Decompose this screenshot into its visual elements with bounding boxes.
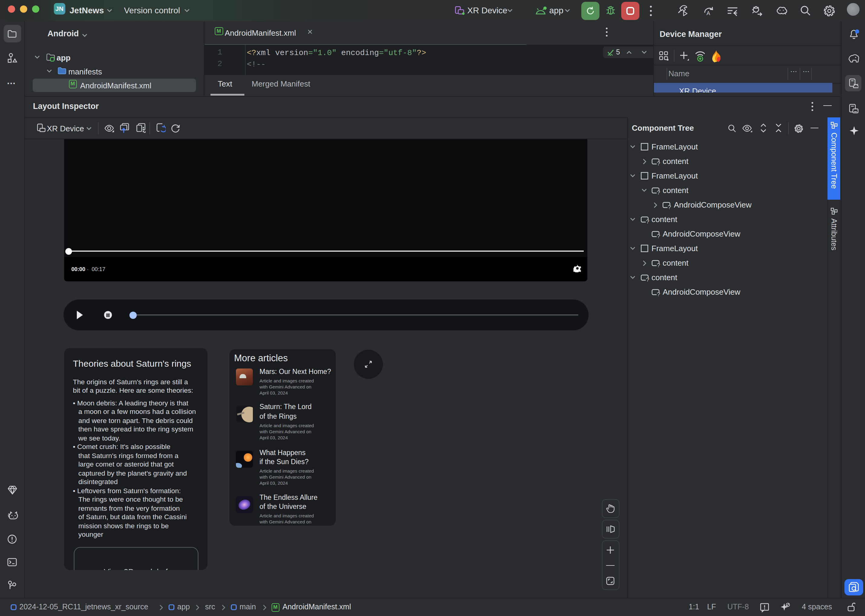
svg-text:?: ?	[646, 218, 649, 224]
svg-text:?: ?	[656, 233, 660, 239]
svg-text:?: ?	[656, 291, 660, 297]
svg-text:?: ?	[646, 277, 649, 282]
svg-text:?: ?	[656, 160, 660, 166]
svg-text:?: ?	[656, 262, 660, 267]
svg-text:?: ?	[668, 204, 671, 209]
svg-text:?: ?	[656, 189, 660, 195]
svg-text:A: A	[706, 10, 710, 16]
